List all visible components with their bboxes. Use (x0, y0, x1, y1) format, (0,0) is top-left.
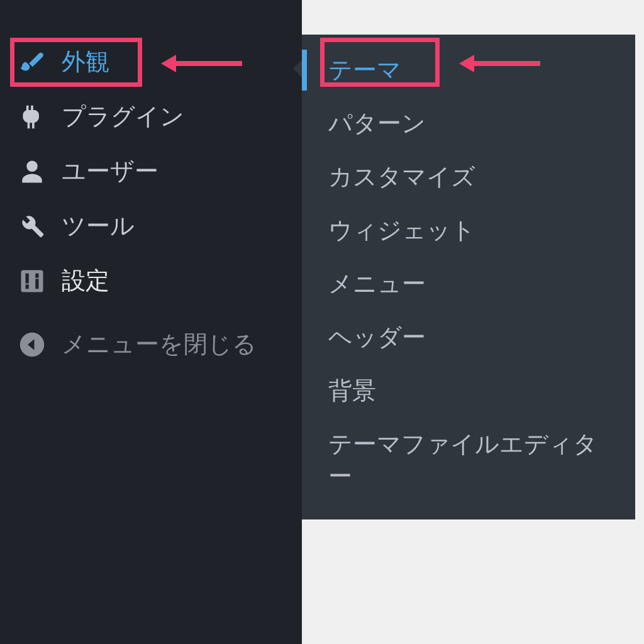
sidebar-item-label: ユーザー (62, 155, 158, 187)
submenu-item-label: ヘッダー (328, 324, 426, 350)
submenu-item-label: テーマ (328, 57, 401, 83)
sidebar-item-label: 設定 (62, 265, 109, 297)
sidebar-item-users[interactable]: ユーザー (0, 144, 302, 199)
brush-icon (18, 48, 47, 77)
submenu-item-themes[interactable]: テーマ (302, 43, 635, 97)
submenu-item-background[interactable]: 背景 (302, 364, 635, 418)
submenu-item-label: カスタマイズ (328, 164, 475, 190)
sidebar-item-label: ツール (62, 210, 135, 242)
sliders-icon (18, 267, 47, 296)
svg-rect-3 (35, 273, 38, 277)
submenu-item-label: テーマファイルエディター (328, 431, 597, 489)
svg-rect-1 (26, 273, 29, 283)
submenu-item-widgets[interactable]: ウィジェット (302, 204, 635, 257)
submenu-item-label: パターン (328, 110, 426, 136)
appearance-submenu: テーマ パターン カスタマイズ ウィジェット メニュー ヘッダー 背景 テーマフ… (302, 35, 635, 519)
sidebar-collapse-label: メニューを閉じる (62, 328, 257, 360)
sidebar-item-label: プラグイン (62, 101, 184, 133)
sidebar-item-label: 外観 (62, 46, 109, 78)
sidebar-item-tools[interactable]: ツール (0, 199, 302, 253)
submenu-item-header[interactable]: ヘッダー (302, 311, 635, 364)
svg-rect-0 (21, 270, 43, 292)
sidebar-item-plugins[interactable]: プラグイン (0, 89, 302, 144)
sidebar-collapse[interactable]: メニューを閉じる (0, 317, 302, 372)
sidebar-item-settings[interactable]: 設定 (0, 253, 302, 308)
svg-rect-2 (26, 284, 29, 289)
plug-icon (18, 103, 47, 131)
submenu-item-customize[interactable]: カスタマイズ (302, 150, 635, 204)
submenu-item-patterns[interactable]: パターン (302, 97, 635, 150)
collapse-icon (18, 330, 47, 359)
submenu-item-label: ウィジェット (328, 217, 475, 243)
svg-rect-4 (35, 279, 38, 289)
submenu-item-label: 背景 (328, 377, 376, 404)
sidebar-item-appearance[interactable]: 外観 (0, 35, 302, 89)
wrench-icon (18, 212, 47, 241)
admin-sidebar: 外観 プラグイン ユーザー ツール 設定 メニューを閉じる (0, 0, 302, 644)
submenu-item-theme-editor[interactable]: テーマファイルエディター (302, 418, 635, 503)
submenu-item-label: メニュー (328, 270, 426, 297)
user-icon (18, 157, 47, 186)
submenu-item-menus[interactable]: メニュー (302, 257, 635, 311)
